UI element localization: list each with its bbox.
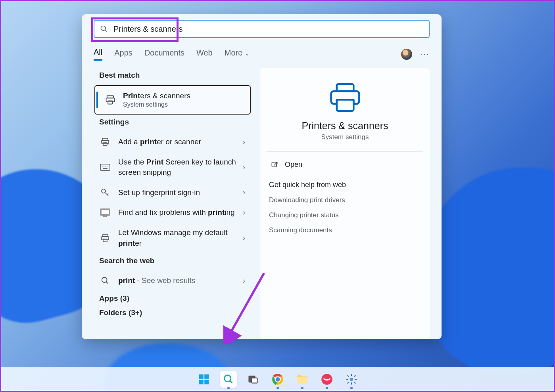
chevron-right-icon: › bbox=[243, 163, 245, 172]
tab-more[interactable]: More ⌄ bbox=[225, 48, 250, 60]
taskbar-search-button[interactable] bbox=[220, 371, 237, 388]
settings-result-label: Add a printer or scanner bbox=[118, 137, 243, 147]
settings-result-label: Let Windows manage my default printer bbox=[118, 228, 243, 249]
web-result-label: print - See web results bbox=[118, 275, 243, 286]
svg-rect-8 bbox=[100, 164, 110, 170]
divider bbox=[267, 151, 423, 152]
taskbar-taskview-button[interactable] bbox=[245, 371, 261, 388]
search-icon bbox=[100, 25, 108, 33]
best-match-heading: Best match bbox=[99, 71, 246, 80]
search-icon bbox=[100, 275, 110, 286]
open-action[interactable]: Open bbox=[269, 157, 421, 172]
svg-rect-6 bbox=[102, 140, 109, 143]
chevron-right-icon: › bbox=[243, 233, 245, 243]
keyboard-icon bbox=[100, 162, 110, 172]
help-link[interactable]: Changing printer status bbox=[269, 211, 421, 219]
svg-line-24 bbox=[106, 282, 108, 284]
folders-heading[interactable]: Folders (3+) bbox=[99, 308, 246, 317]
svg-rect-31 bbox=[199, 380, 203, 384]
quick-help-heading: Get quick help from web bbox=[269, 181, 421, 189]
svg-line-34 bbox=[230, 381, 232, 383]
tab-apps[interactable]: Apps bbox=[114, 48, 133, 60]
svg-point-38 bbox=[275, 377, 280, 381]
help-link[interactable]: Scanning documents bbox=[269, 226, 421, 234]
settings-result[interactable]: Add a printer or scanner› bbox=[94, 132, 252, 152]
best-match-subtitle: System settings bbox=[123, 101, 190, 108]
svg-rect-21 bbox=[102, 237, 109, 240]
svg-rect-29 bbox=[199, 374, 203, 379]
chevron-right-icon: › bbox=[243, 208, 245, 218]
svg-rect-30 bbox=[204, 374, 209, 379]
web-result[interactable]: print - See web results › bbox=[94, 271, 252, 291]
chevron-right-icon: › bbox=[243, 276, 245, 286]
more-options-button[interactable]: ··· bbox=[420, 49, 430, 59]
printer-icon bbox=[100, 233, 110, 243]
preview-subtitle: System settings bbox=[269, 133, 421, 141]
search-input[interactable] bbox=[113, 25, 423, 34]
svg-rect-25 bbox=[336, 84, 353, 91]
svg-line-16 bbox=[107, 193, 108, 195]
troubleshoot-icon bbox=[100, 208, 110, 218]
svg-rect-4 bbox=[108, 101, 113, 104]
chevron-down-icon: ⌄ bbox=[245, 50, 250, 57]
settings-result-label: Find and fix problems with printing bbox=[118, 207, 243, 218]
open-icon bbox=[271, 161, 278, 169]
taskbar-chrome-button[interactable] bbox=[269, 371, 286, 388]
open-label: Open bbox=[285, 161, 302, 169]
printer-icon bbox=[105, 94, 116, 105]
settings-result[interactable]: Let Windows manage my default printer› bbox=[94, 223, 252, 253]
settings-result-label: Use the Print Screen key to launch scree… bbox=[118, 157, 243, 178]
svg-point-23 bbox=[102, 277, 107, 283]
best-match-title: Printers & scanners bbox=[123, 92, 190, 100]
svg-point-33 bbox=[224, 375, 230, 381]
start-button[interactable] bbox=[196, 371, 212, 388]
settings-result[interactable]: Find and fix problems with printing› bbox=[94, 203, 252, 223]
svg-rect-27 bbox=[272, 162, 277, 167]
svg-point-0 bbox=[101, 26, 106, 31]
chevron-right-icon: › bbox=[243, 187, 245, 197]
settings-result-label: Set up fingerprint sign-in bbox=[118, 187, 243, 198]
taskbar bbox=[1, 367, 554, 391]
printer-icon bbox=[328, 82, 362, 113]
preview-title: Printers & scanners bbox=[269, 120, 421, 132]
results-column: Best match Printers & scanners System se… bbox=[94, 68, 252, 339]
svg-rect-19 bbox=[104, 215, 107, 217]
tab-all[interactable]: All bbox=[94, 48, 102, 61]
svg-rect-32 bbox=[204, 380, 209, 384]
user-avatar[interactable] bbox=[401, 49, 412, 60]
apps-heading[interactable]: Apps (3) bbox=[99, 294, 246, 303]
search-bar[interactable] bbox=[94, 20, 430, 38]
svg-rect-40 bbox=[297, 377, 307, 384]
printer-icon bbox=[100, 137, 110, 147]
svg-rect-18 bbox=[101, 210, 109, 214]
svg-rect-7 bbox=[103, 143, 107, 145]
tab-web[interactable]: Web bbox=[196, 48, 213, 60]
taskbar-explorer-button[interactable] bbox=[294, 371, 311, 388]
svg-point-42 bbox=[350, 378, 353, 381]
preview-panel: Printers & scanners System settings Open… bbox=[260, 68, 430, 339]
taskbar-app-button[interactable] bbox=[319, 371, 335, 388]
best-match-result[interactable]: Printers & scanners System settings bbox=[94, 85, 251, 115]
svg-rect-26 bbox=[336, 99, 353, 111]
taskbar-settings-button[interactable] bbox=[343, 371, 360, 388]
filter-tabs: All Apps Documents Web More ⌄ ··· bbox=[94, 48, 430, 61]
help-link[interactable]: Downloading print drivers bbox=[269, 196, 421, 204]
settings-result[interactable]: Use the Print Screen key to launch scree… bbox=[94, 152, 252, 183]
chevron-right-icon: › bbox=[243, 137, 245, 147]
search-window: All Apps Documents Web More ⌄ ··· Best m… bbox=[82, 14, 442, 339]
tab-documents[interactable]: Documents bbox=[144, 48, 184, 60]
svg-rect-36 bbox=[252, 378, 257, 383]
svg-line-1 bbox=[105, 30, 107, 32]
settings-heading: Settings bbox=[99, 118, 246, 126]
settings-result[interactable]: Set up fingerprint sign-in› bbox=[94, 183, 252, 203]
svg-rect-22 bbox=[103, 239, 107, 242]
key-icon bbox=[100, 187, 110, 198]
search-web-heading: Search the web bbox=[99, 256, 246, 265]
